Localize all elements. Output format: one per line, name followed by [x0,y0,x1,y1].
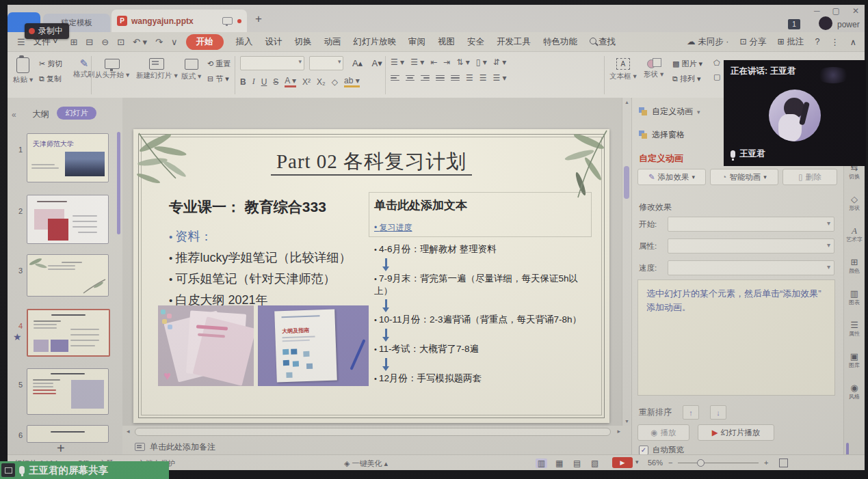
start-select[interactable] [668,217,834,232]
cut-button[interactable]: ✂ 剪切 [39,59,62,69]
zoom-slider[interactable] [678,463,759,463]
slide-thumbnail-4-selected[interactable] [27,309,110,357]
decrease-font-button[interactable]: A▾ [372,58,382,68]
slide-thumbnail-3[interactable] [27,254,109,297]
ribbon-tab-features[interactable]: 特色功能 [543,36,577,48]
tab-outline[interactable]: 大纲 [32,109,49,120]
textbox-button[interactable]: A 文本框 ▾ [609,56,637,81]
scroll-left-icon[interactable]: ◂ [127,428,130,435]
play-button[interactable]: ◉ 播放 [637,424,689,441]
columns-button[interactable]: ▯ ▾ [476,57,487,67]
zoom-in-button[interactable]: + [764,459,768,467]
new-slide-button[interactable]: 新建幻灯片 ▾ [136,56,178,81]
panel-scrollbar-thumb[interactable] [117,132,120,234]
section-button[interactable]: ⊟ 节 ▾ [207,74,229,84]
user-avatar[interactable] [819,16,832,30]
numbering-button[interactable]: ☰ ▾ [410,57,424,67]
subscript-button[interactable]: X₂ [317,77,326,87]
save-icon[interactable]: ⊞ [70,37,77,47]
paragraph-more-button[interactable]: ☰ ▾ [493,73,507,83]
slideshow-play-button[interactable]: ▶ [612,457,633,468]
move-up-button[interactable]: ↑ [683,405,699,420]
slide-title[interactable]: Part 02 各科复习计划 [133,148,609,176]
horizontal-scrollbar[interactable]: ◂ ▸ [125,426,622,437]
ribbon-tab-review[interactable]: 审阅 [408,36,425,48]
zoom-out-button[interactable]: − [668,459,672,467]
fit-to-window-button[interactable] [779,459,788,467]
frame-icon[interactable]: ▢ [713,72,720,81]
arrange-button[interactable]: ⧉ 排列 ▾ [672,74,701,84]
outline-book-photo[interactable]: 大纲及指南 [258,305,369,386]
beautify-button[interactable]: ◈ 一键美化 ▴ [344,459,388,469]
custom-animation-menu[interactable]: 自定义动画▾ [639,106,700,118]
slide-thumbnail-2[interactable] [27,195,109,244]
font-color-button[interactable]: A ▾ [285,76,296,87]
more-menu-icon[interactable]: ⋮ [830,37,839,47]
scroll-down-icon[interactable]: ▼ [622,419,631,424]
picture-button[interactable]: ▩ 图片 ▾ [672,59,702,69]
sidebar-charts[interactable]: ▥图表 [844,289,865,307]
minimize-button[interactable]: ─ [814,6,820,16]
more-icon[interactable]: ∨ [171,37,178,47]
superscript-button[interactable]: X² [302,77,311,87]
ribbon-tab-transitions[interactable]: 切换 [295,36,312,48]
strikethrough-button[interactable]: S [273,77,278,87]
italic-button[interactable]: I [252,77,255,87]
tab-slides[interactable]: 幻灯片 [57,107,96,120]
sidebar-colors[interactable]: ⊞颜色 [844,258,865,275]
underline-button[interactable]: U [261,77,267,87]
justify-button[interactable] [436,75,445,81]
font-size-select[interactable] [309,56,343,70]
share-button[interactable]: ⊡ 分享 [739,36,766,48]
reading-view-button[interactable]: ▤ [571,459,583,468]
vertical-scrollbar-thumb[interactable] [624,166,629,199]
slide-thumbnail-6[interactable] [27,425,109,443]
sorter-view-button[interactable]: ▦ [553,459,565,468]
line-spacing-button[interactable]: ⇅ ▾ [456,57,469,67]
close-button[interactable]: ✕ [852,6,859,16]
ribbon-tab-animation[interactable]: 动画 [324,36,341,48]
align-right-button[interactable] [421,75,430,81]
notes-bar[interactable]: 单击此处添加备注 [122,439,630,454]
highlighter-button[interactable]: ab ▾ [344,76,360,87]
presenter-mode-icon[interactable] [222,17,233,25]
ribbon-tab-home[interactable]: 开始 [186,34,224,50]
ribbon-tab-insert[interactable]: 插入 [236,36,253,48]
add-effect-button[interactable]: ✎ 添加效果▾ [637,169,706,185]
polygon-icon[interactable]: ⬠ [713,59,720,68]
selection-pane-button[interactable]: 选择窗格 [639,129,685,141]
notes-view-button[interactable]: ▧ [589,459,601,468]
new-tab-button[interactable]: + [255,12,262,26]
copy-button[interactable]: ⧉ 复制 [39,74,62,84]
notification-badge[interactable]: 1 [788,19,800,29]
outline-level-button[interactable]: ☰ [479,73,487,83]
move-down-button[interactable]: ↓ [710,405,726,420]
shapes-button[interactable]: 形状 ▾ [644,56,663,79]
play-options-icon[interactable]: ▾ [635,459,639,465]
collapse-panel-icon[interactable]: « [12,110,16,120]
align-center-button[interactable] [406,75,415,81]
text-direction-button[interactable]: ⇵ ▾ [493,57,506,67]
sidebar-gallery[interactable]: ▣图库 [844,352,865,370]
paste-button[interactable]: 粘贴 ▾ [13,56,33,85]
ribbon-tab-security[interactable]: 安全 [467,36,484,48]
ribbon-tab-slideshow[interactable]: 幻灯片放映 [354,36,397,48]
tab-document[interactable]: P wangyajun.pptx [111,10,247,32]
delete-effect-button[interactable]: ▯ 删除 [782,169,837,185]
bullets-button[interactable]: ☰ ▾ [391,57,404,67]
sidebar-shapes[interactable]: ◇形状 [844,195,865,213]
smart-animation-button[interactable]: ◔ 智能动画▾ [710,169,778,185]
preview-icon[interactable]: ⊡ [117,37,124,47]
scroll-right-icon[interactable]: ▸ [617,428,620,435]
slide-left-textblock[interactable]: 专业课一： 教育综合333 资料： 推荐lucky学姐笔记（比较详细） 可乐姐笔… [169,197,374,311]
collapse-ribbon-icon[interactable]: ∧ [850,37,856,47]
speed-select[interactable] [668,260,834,275]
decrease-indent-button[interactable]: ⇤ [430,57,437,67]
undo-icon[interactable]: ↶ ▾ [133,37,147,47]
slide-play-button[interactable]: ▶ 幻灯片播放 [698,424,774,441]
ribbon-tab-view[interactable]: 视图 [438,36,455,48]
export-icon[interactable]: ⊖ [101,37,109,47]
distribute-button[interactable] [451,75,460,81]
slide-thumbnail-5[interactable] [27,368,109,415]
sidebar-properties[interactable]: ☰属性 [844,320,865,338]
